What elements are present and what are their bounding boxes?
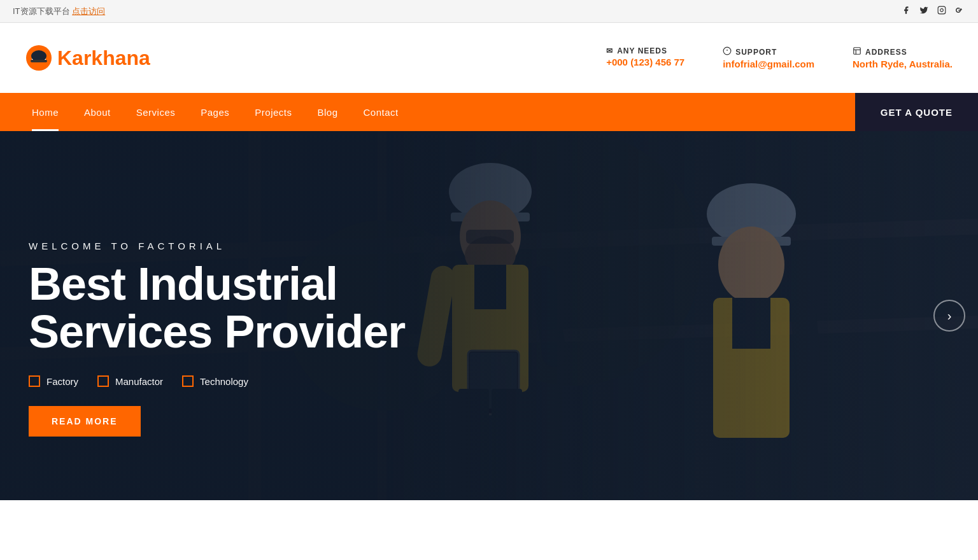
nav-items: Home About Services Pages Projects Blog … [0,93,855,131]
logo-highlight: Kar [57,46,91,69]
facebook-icon[interactable] [902,6,911,17]
nav-item-pages[interactable]: Pages [188,93,242,131]
hero-next-arrow[interactable]: › [933,300,965,332]
nav: Home About Services Pages Projects Blog … [0,93,978,131]
header-contacts: ✉ ANY NEEDS +000 (123) 456 77 SUPPORT in… [606,46,953,69]
logo-text: Karkhana [57,46,150,70]
svg-rect-0 [938,6,946,14]
hero: WELCOME TO FACTORIAL Best Industrial Ser… [0,131,978,500]
address-value: North Ryde, Australia. [853,59,953,69]
social-icons [902,6,965,17]
address-icon [853,46,861,57]
announcement-text: IT资源下载平台 [13,6,70,16]
contact-support: SUPPORT infofrial@gmail.com [723,46,814,69]
hero-tag-factory: Factory [29,375,78,387]
logo-icon [25,45,52,71]
google-plus-icon[interactable] [955,6,965,17]
hero-tag-manufactor: Manufactor [97,375,163,387]
tag-box-factory [29,375,40,387]
support-icon [723,46,732,57]
phone-value: +000 (123) 456 77 [606,57,684,67]
hero-tags: Factory Manufactor Technology [29,375,405,387]
contact-address: ADDRESS North Ryde, Australia. [853,46,953,69]
mail-icon: ✉ [606,46,613,55]
nav-item-about[interactable]: About [71,93,124,131]
nav-item-contact[interactable]: Contact [351,93,411,131]
phone-label: ✉ ANY NEEDS [606,46,684,55]
twitter-icon[interactable] [919,6,928,17]
nav-cta-button[interactable]: GET A QUOTE [855,93,978,131]
chevron-right-icon: › [947,309,952,323]
top-bar: IT资源下载平台 点击访问 [0,0,978,23]
instagram-icon[interactable] [937,6,946,17]
announcement: IT资源下载平台 点击访问 [13,6,105,17]
tag-box-manufactor [97,375,109,387]
hero-title: Best Industrial Services Provider [29,260,405,356]
svg-rect-5 [31,60,47,62]
tag-box-technology [182,375,194,387]
nav-item-services[interactable]: Services [124,93,188,131]
header: Karkhana ✉ ANY NEEDS +000 (123) 456 77 S… [0,23,978,93]
hero-subtitle: WELCOME TO FACTORIAL [29,241,405,251]
nav-item-blog[interactable]: Blog [304,93,350,131]
nav-item-home[interactable]: Home [19,93,71,131]
hero-tag-technology: Technology [182,375,248,387]
contact-phone: ✉ ANY NEEDS +000 (123) 456 77 [606,46,684,69]
nav-item-projects[interactable]: Projects [242,93,304,131]
address-label: ADDRESS [853,46,953,57]
hero-content: WELCOME TO FACTORIAL Best Industrial Ser… [29,241,405,437]
support-value: infofrial@gmail.com [723,59,814,69]
read-more-button[interactable]: READ MORE [29,406,141,437]
support-label: SUPPORT [723,46,814,57]
logo[interactable]: Karkhana [25,45,150,71]
svg-rect-7 [854,48,861,55]
announcement-link[interactable]: 点击访问 [72,6,105,16]
